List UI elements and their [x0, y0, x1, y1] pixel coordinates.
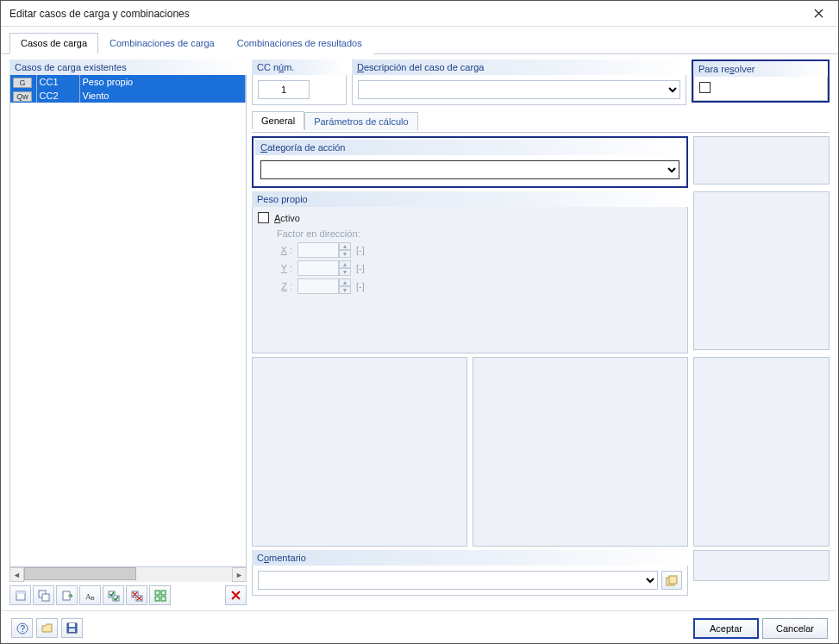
para-resolver-checkbox[interactable] — [699, 82, 711, 93]
save-button[interactable] — [61, 618, 83, 638]
loadcase-code: CC2 — [36, 89, 79, 103]
spin-up-icon[interactable]: ▲ — [339, 242, 351, 250]
svg-rect-20 — [69, 623, 75, 627]
svg-rect-14 — [161, 597, 166, 601]
delete-icon — [230, 590, 241, 601]
comentario-combobox[interactable] — [258, 571, 658, 590]
titlebar: Editar casos de carga y combinaciones — [1, 1, 838, 27]
list-item[interactable]: Qw CC2 Viento — [10, 89, 246, 103]
help-icon: ? — [16, 622, 28, 635]
help-button[interactable]: ? — [11, 618, 33, 638]
close-icon — [814, 9, 823, 18]
svg-text:?: ? — [20, 624, 25, 634]
ccnum-input[interactable] — [258, 80, 310, 99]
ccnum-label: CC núm. — [252, 59, 347, 75]
rename-icon: AB — [85, 590, 97, 602]
factor-x-input[interactable] — [297, 242, 339, 258]
para-resolver-label: Para resolver — [693, 61, 828, 77]
peso-propio-label: Peso propio — [252, 191, 688, 207]
svg-rect-11 — [155, 591, 160, 595]
loadcase-desc: Viento — [79, 89, 246, 103]
comentario-group: Comentario — [252, 550, 688, 596]
spin-down-icon[interactable]: ▼ — [339, 286, 351, 294]
accept-button[interactable]: Aceptar — [693, 618, 759, 639]
comentario-library-button[interactable] — [661, 571, 682, 590]
svg-rect-13 — [155, 597, 160, 601]
svg-rect-3 — [42, 594, 49, 601]
scroll-thumb[interactable] — [24, 567, 136, 580]
tab-casos-de-carga[interactable]: Casos de carga — [9, 33, 98, 54]
delete-button[interactable] — [225, 585, 247, 605]
factor-y-unit: [-] — [356, 263, 365, 273]
factor-y-label: Y : — [277, 263, 292, 273]
empty-panel-center — [473, 357, 688, 547]
group-button[interactable] — [149, 585, 171, 605]
floppy-icon — [66, 622, 78, 634]
group-icon — [154, 590, 166, 602]
factor-direccion-label: Factor en dirección: — [277, 228, 682, 239]
loadcase-desc: Peso propio — [79, 75, 246, 89]
cancel-button[interactable]: Cancelar — [762, 618, 828, 639]
spin-up-icon[interactable]: ▲ — [339, 260, 351, 268]
categoria-combobox[interactable] — [260, 160, 679, 179]
copy-button[interactable] — [33, 585, 54, 605]
tab-parametros-de-calculo[interactable]: Parámetros de cálculo — [304, 112, 417, 130]
uncheck-all-button[interactable] — [126, 585, 147, 605]
svg-rect-12 — [161, 591, 166, 595]
check-all-button[interactable] — [103, 585, 124, 605]
description-label: Descripción del caso de carga — [352, 59, 686, 75]
folder-open-icon — [41, 622, 53, 634]
loadcases-horizontal-scrollbar[interactable]: ◄ ► — [9, 567, 247, 582]
loadcase-type-badge: Qw — [13, 91, 32, 102]
rename-button[interactable]: AB — [79, 585, 101, 605]
factor-y-input[interactable] — [297, 260, 339, 276]
svg-rect-1 — [16, 591, 25, 594]
export-button[interactable] — [56, 585, 78, 605]
spin-up-icon[interactable]: ▲ — [339, 278, 351, 286]
activo-checkbox[interactable] — [258, 212, 269, 223]
list-item[interactable]: G CC1 Peso propio — [10, 75, 246, 89]
loadcases-list[interactable]: G CC1 Peso propio Qw CC2 Viento — [9, 75, 247, 567]
tab-general[interactable]: General — [252, 111, 304, 129]
activo-label: Activo — [274, 213, 300, 223]
description-group: Descripción del caso de carga — [352, 59, 686, 105]
factor-x-label: X : — [277, 245, 292, 255]
export-icon — [61, 590, 73, 602]
factor-z-input[interactable] — [297, 278, 339, 294]
tab-combinaciones-de-carga[interactable]: Combinaciones de carga — [98, 33, 226, 54]
para-resolver-group: Para resolver — [692, 59, 830, 105]
open-button[interactable] — [36, 618, 58, 638]
spin-down-icon[interactable]: ▼ — [339, 250, 351, 258]
new-button[interactable] — [9, 585, 31, 605]
library-icon — [666, 575, 678, 586]
window-title: Editar casos de carga y combinaciones — [9, 8, 799, 20]
description-combobox[interactable] — [358, 80, 680, 99]
left-panel: Casos de carga existentes G CC1 Peso pro… — [9, 59, 247, 605]
existing-loadcases-header: Casos de carga existentes — [9, 59, 247, 75]
scroll-right-arrow-icon[interactable]: ► — [232, 567, 247, 582]
scroll-left-arrow-icon[interactable]: ◄ — [9, 567, 24, 582]
new-icon — [15, 590, 27, 602]
categoria-label: Categoría de acción — [255, 140, 685, 155]
copy-icon — [38, 590, 50, 602]
right-panel: CC núm. Descripción del caso de carga Pa… — [252, 59, 830, 605]
empty-panel-left — [252, 357, 467, 547]
svg-rect-16 — [669, 576, 677, 584]
svg-rect-21 — [69, 628, 75, 632]
factor-x-unit: [-] — [356, 245, 365, 255]
close-button[interactable] — [799, 1, 838, 27]
sub-tabs: General Parámetros de cálculo — [252, 109, 830, 128]
tab-combinaciones-de-resultados[interactable]: Combinaciones de resultados — [226, 33, 373, 54]
svg-text:B: B — [91, 595, 95, 602]
side-panel-mid — [693, 191, 830, 350]
loadcase-type-badge: G — [13, 78, 32, 88]
main-tabs: Casos de carga Combinaciones de carga Co… — [1, 27, 838, 54]
spin-down-icon[interactable]: ▼ — [339, 268, 351, 276]
side-panel-big — [693, 357, 830, 547]
content-area: Casos de carga existentes G CC1 Peso pro… — [1, 54, 838, 610]
dialog-footer: ? Aceptar Cancelar — [1, 610, 838, 644]
ccnum-group: CC núm. — [252, 59, 347, 105]
comentario-label: Comentario — [252, 550, 688, 566]
loadcase-code: CC1 — [36, 75, 79, 89]
check-icon — [108, 590, 120, 602]
